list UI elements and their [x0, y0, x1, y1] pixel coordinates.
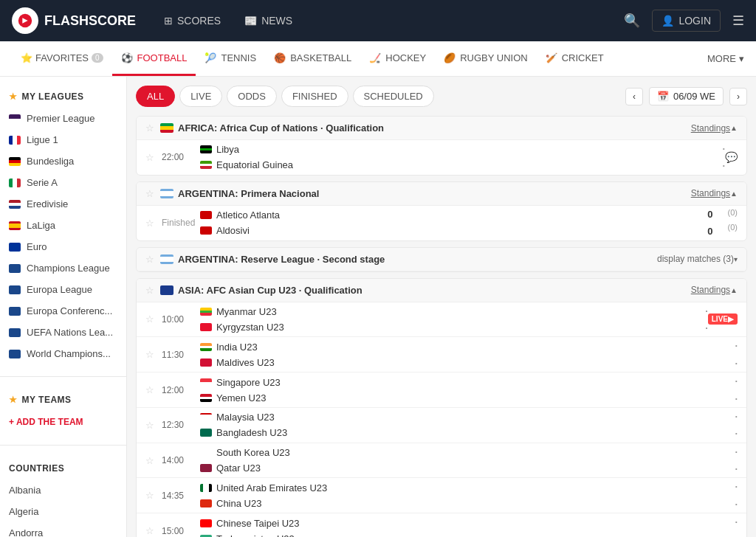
filter-live[interactable]: LIVE	[179, 86, 222, 107]
display-matches-link[interactable]: display matches (3)	[657, 254, 734, 264]
nav-news[interactable]: 📰 NEWS	[234, 9, 303, 32]
favorite-toggle[interactable]: ☆	[145, 122, 154, 134]
collapse-button[interactable]: ▲	[730, 190, 738, 198]
section-header-africa-afcon: ☆ AFRICA: Africa Cup of Nations · Qualif…	[137, 117, 746, 140]
next-date-button[interactable]: ›	[729, 88, 747, 105]
sport-tennis[interactable]: 🎾 TENNIS	[196, 41, 265, 76]
flag-icon	[9, 114, 21, 123]
filter-all[interactable]: ALL	[136, 86, 175, 107]
sport-favorites[interactable]: ⭐ FAVORITES 0	[12, 41, 112, 76]
team-flag	[200, 394, 212, 402]
score: ·	[735, 478, 738, 495]
scores-icon: ⊞	[164, 15, 173, 27]
add-team-button[interactable]: + ADD THE TEAM	[0, 411, 126, 433]
filter-odds[interactable]: ODDS	[227, 86, 277, 107]
table-row: ☆ 12:00 Singapore U23 Yemen U23 · ·	[137, 373, 746, 408]
chat-icon[interactable]: 💬	[725, 151, 738, 163]
sidebar-item-bundesliga[interactable]: Bundesliga	[0, 150, 126, 172]
sport-cricket[interactable]: 🏏 CRICKET	[537, 41, 613, 76]
favorites-badge: 0	[92, 53, 103, 63]
table-row: ☆ 14:00 South Korea U23 Qatar U23 ·	[137, 443, 746, 479]
table-row: ☆ 14:35 United Arab Emirates U23 China U…	[137, 478, 746, 513]
score: ·	[735, 425, 738, 442]
favorite-toggle[interactable]: ☆	[145, 285, 154, 296]
favorite-toggle[interactable]: ☆	[145, 254, 154, 265]
menu-button[interactable]: ☰	[732, 13, 744, 29]
section-title: ASIA: AFC Asian Cup U23 · Qualification	[178, 285, 691, 296]
calendar-icon: 📅	[657, 91, 669, 102]
favorite-toggle[interactable]: ☆	[145, 313, 156, 325]
filter-scheduled[interactable]: SCHEDULED	[353, 86, 434, 107]
sidebar-item-europa-league[interactable]: Europa League	[0, 279, 126, 300]
score: ·	[735, 531, 738, 537]
sidebar-item-laliga[interactable]: LaLiga	[0, 215, 126, 236]
score: ·	[735, 408, 738, 425]
favorite-toggle[interactable]: ☆	[145, 420, 156, 431]
team-flag	[200, 358, 212, 367]
sidebar-item-ligue1[interactable]: Ligue 1	[0, 129, 126, 150]
team-name: United Arab Emirates U23	[216, 482, 327, 493]
standings-link[interactable]: Standings	[691, 285, 730, 295]
sport-hockey[interactable]: 🏒 HOCKEY	[360, 41, 435, 76]
sidebar-item-premier-league[interactable]: Premier League	[0, 108, 126, 129]
score: ·	[735, 443, 738, 460]
favorite-toggle[interactable]: ☆	[145, 152, 156, 163]
sidebar-item-europa-conference[interactable]: Europa Conferenc...	[0, 300, 126, 322]
region-flag	[160, 254, 173, 264]
team-name: Bangladesh U23	[216, 427, 287, 438]
favorite-toggle[interactable]: ☆	[145, 455, 156, 466]
team-name: Kyrgyzstan U23	[216, 322, 284, 333]
team-name: Malaysia U23	[216, 412, 275, 423]
favorite-toggle[interactable]: ☆	[145, 525, 156, 536]
sidebar-item-champions-league[interactable]: Champions League	[0, 257, 126, 279]
sport-football[interactable]: ⚽ FOOTBALL	[112, 41, 196, 76]
collapse-button[interactable]: ▲	[730, 286, 738, 294]
table-row: ☆ 15:00 Chinese Taipei U23 Turkmenistan …	[137, 513, 746, 537]
more-sports-button[interactable]: MORE ▾	[707, 53, 744, 64]
sidebar-item-serie-a[interactable]: Serie A	[0, 172, 126, 193]
team-flag	[200, 323, 212, 331]
favorite-toggle[interactable]: ☆	[145, 349, 156, 360]
sport-rugby-union[interactable]: 🏉 RUGBY UNION	[435, 41, 537, 76]
sidebar-item-uefa-nations[interactable]: UEFA Nations Lea...	[0, 322, 126, 343]
favorite-toggle[interactable]: ☆	[145, 218, 156, 229]
nav-scores[interactable]: ⊞ SCORES	[154, 9, 231, 32]
sidebar-item-euro[interactable]: Euro	[0, 236, 126, 257]
header: FLASHSCORE ⊞ SCORES 📰 NEWS 🔍 👤 LOGIN ☰	[0, 0, 756, 41]
favorite-toggle[interactable]: ☆	[145, 490, 156, 501]
logo[interactable]: FLASHSCORE	[12, 7, 136, 34]
flag-icon	[9, 179, 21, 187]
search-button[interactable]: 🔍	[624, 13, 640, 29]
prev-date-button[interactable]: ‹	[625, 88, 643, 105]
divider	[0, 445, 126, 446]
flag-icon	[9, 157, 21, 166]
favorite-toggle[interactable]: ☆	[145, 384, 156, 395]
hockey-icon: 🏒	[369, 52, 381, 63]
standings-link[interactable]: Standings	[691, 123, 730, 134]
score: 0	[707, 206, 712, 223]
filter-finished[interactable]: FINISHED	[281, 86, 348, 107]
sport-basketball[interactable]: 🏀 BASKETBALL	[265, 41, 360, 76]
cricket-icon: 🏏	[546, 52, 557, 63]
football-icon: ⚽	[121, 52, 133, 63]
favorite-toggle[interactable]: ☆	[145, 188, 154, 199]
table-row: ☆ 22:00 Libya Equatorial Guinea · ·	[137, 140, 746, 175]
sidebar-item-world-champions[interactable]: World Champions...	[0, 343, 126, 364]
country-algeria[interactable]: Algeria	[0, 501, 126, 522]
region-flag	[160, 285, 173, 295]
section-title: ARGENTINA: Primera Nacional	[178, 188, 691, 199]
country-andorra[interactable]: Andorra	[0, 522, 126, 537]
expand-button[interactable]: ▾	[734, 255, 738, 263]
collapse-button[interactable]: ▲	[730, 124, 738, 132]
flag-icon	[9, 243, 21, 252]
country-albania[interactable]: Albania	[0, 479, 126, 501]
sidebar-item-eredivisie[interactable]: Eredivisie	[0, 193, 126, 215]
table-row: ☆ Finished Atletico Atlanta Aldosivi 0	[137, 206, 746, 240]
standings-link[interactable]: Standings	[691, 188, 730, 198]
login-button[interactable]: 👤 LOGIN	[652, 10, 721, 32]
team-name: Qatar U23	[216, 462, 261, 474]
flag-icon	[9, 285, 21, 294]
score: 0	[707, 223, 712, 240]
flag-icon	[9, 221, 21, 230]
date-display[interactable]: 📅 06/09 WE	[649, 87, 724, 105]
